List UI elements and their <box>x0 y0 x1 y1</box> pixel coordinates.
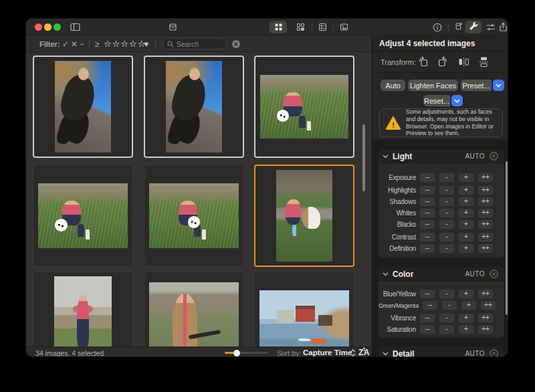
rotate-left-button[interactable] <box>418 56 429 68</box>
thumbnail-cell[interactable] <box>254 56 354 158</box>
reset-button[interactable]: Reset... <box>423 95 450 106</box>
rating-operator[interactable]: ≥ <box>95 35 100 52</box>
star-icon[interactable]: ☆ <box>112 39 120 48</box>
decrease-button[interactable]: - <box>439 197 454 206</box>
detail-auto-button[interactable]: AUTO <box>465 350 485 357</box>
light-reset-icon[interactable] <box>490 152 498 161</box>
increase-button[interactable]: + <box>459 173 473 182</box>
increase-large-button[interactable]: ++ <box>478 244 493 253</box>
chevron-down-icon[interactable] <box>383 352 389 356</box>
filter-unmarked-icon[interactable]: − <box>80 35 84 52</box>
decrease-button[interactable]: - <box>439 290 454 298</box>
decrease-button[interactable]: - <box>442 301 457 310</box>
auto-button[interactable]: Auto <box>381 80 405 91</box>
decrease-large-button[interactable]: -- <box>420 290 435 298</box>
filter-reject-icon[interactable]: ✕ <box>71 35 78 52</box>
increase-large-button[interactable]: ++ <box>478 290 493 298</box>
increase-button[interactable]: + <box>459 290 473 298</box>
thumbnail-cell[interactable] <box>144 272 244 347</box>
increase-button[interactable]: + <box>459 186 473 195</box>
chevron-down-icon[interactable] <box>383 155 389 159</box>
increase-button[interactable]: + <box>459 325 473 334</box>
decrease-large-button[interactable]: -- <box>420 173 435 182</box>
flip-vertical-button[interactable] <box>478 56 490 68</box>
view-single-image-button[interactable] <box>336 21 352 33</box>
increase-large-button[interactable]: ++ <box>478 233 493 241</box>
decrease-button[interactable]: - <box>439 220 454 229</box>
detail-section-header[interactable]: Detail AUTO <box>379 347 504 357</box>
decrease-button[interactable]: - <box>439 186 454 195</box>
heart-icon[interactable]: ♥ <box>144 35 148 52</box>
filter-check-icon[interactable]: ✓ <box>62 35 69 52</box>
increase-large-button[interactable]: ++ <box>478 197 493 206</box>
rotate-right-button[interactable] <box>437 56 448 68</box>
thumbnail-cell[interactable] <box>144 165 244 267</box>
decrease-button[interactable]: - <box>439 209 454 217</box>
view-grid-button[interactable] <box>270 21 287 33</box>
thumbnail-size-slider[interactable] <box>225 352 268 354</box>
sidebar-toggle-icon[interactable] <box>68 21 82 33</box>
increase-large-button[interactable]: ++ <box>478 220 493 229</box>
thumbnail-cell-current[interactable] <box>254 165 354 267</box>
close-window-button[interactable] <box>35 23 42 31</box>
star-icon[interactable]: ☆ <box>104 39 112 48</box>
info-icon[interactable] <box>430 21 445 33</box>
decrease-large-button[interactable]: -- <box>420 186 435 195</box>
increase-button[interactable]: + <box>459 220 473 229</box>
chevron-down-icon[interactable] <box>383 272 389 276</box>
decrease-large-button[interactable]: -- <box>420 197 435 206</box>
decrease-button[interactable]: - <box>439 173 454 182</box>
search-input[interactable] <box>177 40 223 48</box>
flip-horizontal-button[interactable] <box>458 56 469 68</box>
decrease-button[interactable]: - <box>439 244 454 253</box>
adjust-wrench-icon[interactable] <box>465 21 481 33</box>
lighten-faces-button[interactable]: Lighten Faces <box>408 80 458 91</box>
decrease-large-button[interactable]: -- <box>420 233 435 241</box>
color-auto-button[interactable]: AUTO <box>465 270 485 278</box>
decrease-button[interactable]: - <box>439 233 454 241</box>
minimize-window-button[interactable] <box>44 23 51 31</box>
view-list-button[interactable] <box>314 21 330 33</box>
panel-scrollbar[interactable] <box>506 161 508 315</box>
color-reset-icon[interactable] <box>490 270 498 278</box>
thumbnail-cell[interactable] <box>33 56 133 158</box>
grid-scrollbar[interactable] <box>362 124 365 191</box>
decrease-large-button[interactable]: -- <box>420 244 435 253</box>
star-icon[interactable]: ☆ <box>120 39 128 48</box>
rotate-icon[interactable] <box>451 21 465 33</box>
thumbnail-cell[interactable] <box>254 272 354 347</box>
decrease-large-button[interactable]: -- <box>420 325 435 334</box>
increase-button[interactable]: + <box>459 314 473 322</box>
tag-icon[interactable] <box>165 21 180 33</box>
sort-popup-arrows-icon[interactable] <box>350 349 356 357</box>
thumbnail-cell[interactable] <box>33 272 133 347</box>
sort-value-dropdown[interactable]: Capture Time <box>303 349 352 357</box>
clear-search-icon[interactable] <box>232 40 240 48</box>
decrease-button[interactable]: - <box>439 325 454 334</box>
increase-button[interactable]: + <box>459 197 473 206</box>
increase-large-button[interactable]: ++ <box>478 186 493 195</box>
zoom-window-button[interactable] <box>54 23 61 31</box>
decrease-large-button[interactable]: -- <box>420 209 435 217</box>
decrease-large-button[interactable]: -- <box>420 314 435 322</box>
increase-large-button[interactable]: ++ <box>478 314 493 322</box>
star-icon[interactable]: ☆ <box>129 39 137 48</box>
preset-button[interactable]: Preset... <box>461 80 492 91</box>
preset-dropdown-chevron[interactable] <box>493 80 504 91</box>
search-field[interactable] <box>163 38 227 50</box>
thumbnail-cell[interactable] <box>144 56 244 158</box>
share-icon[interactable] <box>496 21 508 33</box>
increase-button[interactable]: + <box>461 301 476 310</box>
increase-button[interactable]: + <box>459 233 473 241</box>
slider-knob[interactable] <box>233 350 240 357</box>
view-grid-info-button[interactable] <box>292 21 308 33</box>
decrease-large-button[interactable]: -- <box>420 220 435 229</box>
increase-large-button[interactable]: ++ <box>478 325 493 334</box>
color-section-header[interactable]: Color AUTO <box>379 268 504 281</box>
increase-button[interactable]: + <box>459 209 473 217</box>
increase-large-button[interactable]: ++ <box>481 301 496 310</box>
light-auto-button[interactable]: AUTO <box>465 153 485 160</box>
thumbnail-cell[interactable] <box>33 165 133 267</box>
light-section-header[interactable]: Light AUTO <box>379 150 504 163</box>
rating-stars[interactable]: ☆ ☆ ☆ ☆ ☆ <box>104 35 146 52</box>
